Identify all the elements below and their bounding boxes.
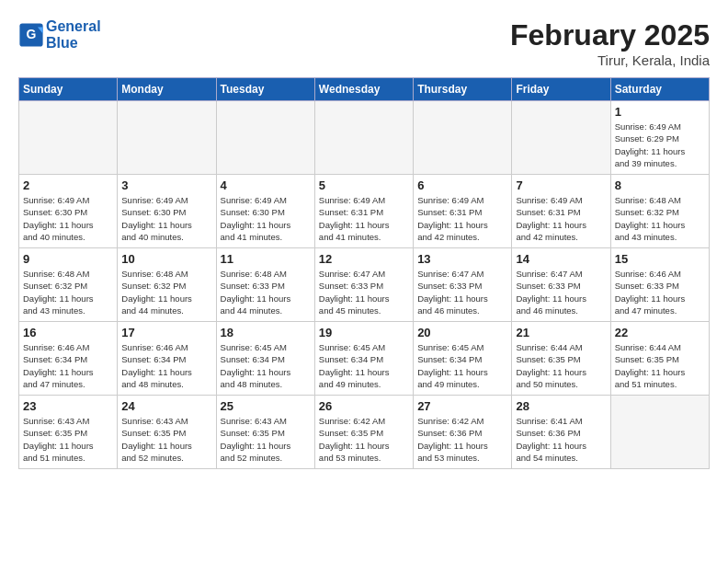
- day-number: 13: [417, 252, 507, 266]
- calendar-day-cell: 19Sunrise: 6:45 AM Sunset: 6:34 PM Dayli…: [314, 322, 413, 396]
- location-title: Tirur, Kerala, India: [510, 52, 710, 68]
- day-number: 22: [615, 326, 705, 339]
- calendar-day-cell: [414, 101, 512, 175]
- day-number: 4: [221, 178, 311, 192]
- calendar-day-cell: 24Sunrise: 6:43 AM Sunset: 6:35 PM Dayli…: [118, 396, 216, 469]
- day-number: 26: [319, 399, 409, 413]
- calendar-day-cell: 13Sunrise: 6:47 AM Sunset: 6:33 PM Dayli…: [414, 248, 512, 322]
- day-number: 20: [417, 326, 507, 339]
- weekday-header: Wednesday: [314, 78, 413, 101]
- day-info: Sunrise: 6:42 AM Sunset: 6:36 PM Dayligh…: [417, 415, 507, 464]
- logo: G General Blue: [18, 18, 101, 52]
- logo-line2: Blue: [46, 35, 101, 52]
- weekday-header: Friday: [512, 78, 610, 101]
- day-number: 23: [23, 399, 113, 413]
- day-info: Sunrise: 6:42 AM Sunset: 6:35 PM Dayligh…: [319, 415, 409, 464]
- calendar-day-cell: 2Sunrise: 6:49 AM Sunset: 6:30 PM Daylig…: [19, 175, 118, 248]
- calendar-day-cell: 5Sunrise: 6:49 AM Sunset: 6:31 PM Daylig…: [314, 175, 413, 248]
- logo-icon: G: [18, 22, 44, 48]
- day-info: Sunrise: 6:45 AM Sunset: 6:34 PM Dayligh…: [221, 341, 311, 390]
- weekday-header: Tuesday: [216, 78, 314, 101]
- day-info: Sunrise: 6:43 AM Sunset: 6:35 PM Dayligh…: [221, 415, 311, 464]
- day-info: Sunrise: 6:48 AM Sunset: 6:33 PM Dayligh…: [221, 268, 311, 316]
- month-title: February 2025: [510, 18, 710, 52]
- day-info: Sunrise: 6:43 AM Sunset: 6:35 PM Dayligh…: [23, 415, 113, 464]
- day-info: Sunrise: 6:49 AM Sunset: 6:30 PM Dayligh…: [221, 194, 311, 243]
- day-info: Sunrise: 6:43 AM Sunset: 6:35 PM Dayligh…: [121, 415, 211, 464]
- calendar-day-cell: 23Sunrise: 6:43 AM Sunset: 6:35 PM Dayli…: [19, 396, 118, 469]
- day-number: 14: [516, 252, 606, 266]
- day-info: Sunrise: 6:44 AM Sunset: 6:35 PM Dayligh…: [615, 341, 705, 390]
- calendar-day-cell: [216, 101, 314, 175]
- day-info: Sunrise: 6:46 AM Sunset: 6:34 PM Dayligh…: [23, 341, 113, 390]
- day-number: 19: [319, 326, 409, 339]
- calendar-day-cell: 17Sunrise: 6:46 AM Sunset: 6:34 PM Dayli…: [118, 322, 216, 396]
- calendar-day-cell: [314, 101, 413, 175]
- page-header: G General Blue February 2025 Tirur, Kera…: [18, 18, 710, 68]
- day-info: Sunrise: 6:49 AM Sunset: 6:30 PM Dayligh…: [121, 194, 211, 243]
- day-info: Sunrise: 6:48 AM Sunset: 6:32 PM Dayligh…: [23, 268, 113, 316]
- day-info: Sunrise: 6:46 AM Sunset: 6:34 PM Dayligh…: [121, 341, 211, 390]
- calendar-day-cell: 15Sunrise: 6:46 AM Sunset: 6:33 PM Dayli…: [610, 248, 709, 322]
- calendar-week-row: 23Sunrise: 6:43 AM Sunset: 6:35 PM Dayli…: [19, 396, 710, 469]
- calendar-day-cell: 27Sunrise: 6:42 AM Sunset: 6:36 PM Dayli…: [414, 396, 512, 469]
- day-info: Sunrise: 6:47 AM Sunset: 6:33 PM Dayligh…: [516, 268, 606, 316]
- svg-text:G: G: [27, 27, 37, 41]
- calendar-table: SundayMondayTuesdayWednesdayThursdayFrid…: [18, 77, 710, 469]
- calendar-day-cell: 11Sunrise: 6:48 AM Sunset: 6:33 PM Dayli…: [216, 248, 314, 322]
- calendar-day-cell: 16Sunrise: 6:46 AM Sunset: 6:34 PM Dayli…: [19, 322, 118, 396]
- day-number: 5: [319, 178, 409, 192]
- day-number: 24: [121, 399, 211, 413]
- weekday-header: Monday: [118, 78, 216, 101]
- day-info: Sunrise: 6:45 AM Sunset: 6:34 PM Dayligh…: [417, 341, 507, 390]
- day-info: Sunrise: 6:49 AM Sunset: 6:31 PM Dayligh…: [516, 194, 606, 243]
- day-number: 8: [615, 178, 705, 192]
- calendar-day-cell: 26Sunrise: 6:42 AM Sunset: 6:35 PM Dayli…: [314, 396, 413, 469]
- calendar-day-cell: [19, 101, 118, 175]
- title-block: February 2025 Tirur, Kerala, India: [510, 18, 710, 68]
- day-info: Sunrise: 6:49 AM Sunset: 6:30 PM Dayligh…: [23, 194, 113, 243]
- calendar-day-cell: 25Sunrise: 6:43 AM Sunset: 6:35 PM Dayli…: [216, 396, 314, 469]
- day-number: 15: [615, 252, 705, 266]
- day-info: Sunrise: 6:47 AM Sunset: 6:33 PM Dayligh…: [417, 268, 507, 316]
- day-number: 2: [23, 178, 113, 192]
- day-info: Sunrise: 6:41 AM Sunset: 6:36 PM Dayligh…: [516, 415, 606, 464]
- day-number: 11: [221, 252, 311, 266]
- calendar-day-cell: [118, 101, 216, 175]
- day-number: 6: [417, 178, 507, 192]
- day-info: Sunrise: 6:48 AM Sunset: 6:32 PM Dayligh…: [615, 194, 705, 243]
- day-number: 17: [121, 326, 211, 339]
- calendar-day-cell: 10Sunrise: 6:48 AM Sunset: 6:32 PM Dayli…: [118, 248, 216, 322]
- weekday-header: Saturday: [610, 78, 709, 101]
- calendar-day-cell: [610, 396, 709, 469]
- day-number: 18: [221, 326, 311, 339]
- logo-line1: General: [46, 18, 101, 35]
- calendar-day-cell: [512, 101, 610, 175]
- calendar-week-row: 16Sunrise: 6:46 AM Sunset: 6:34 PM Dayli…: [19, 322, 710, 396]
- day-info: Sunrise: 6:45 AM Sunset: 6:34 PM Dayligh…: [319, 341, 409, 390]
- calendar-day-cell: 1Sunrise: 6:49 AM Sunset: 6:29 PM Daylig…: [610, 101, 709, 175]
- day-info: Sunrise: 6:49 AM Sunset: 6:31 PM Dayligh…: [319, 194, 409, 243]
- calendar-day-cell: 9Sunrise: 6:48 AM Sunset: 6:32 PM Daylig…: [19, 248, 118, 322]
- calendar-day-cell: 14Sunrise: 6:47 AM Sunset: 6:33 PM Dayli…: [512, 248, 610, 322]
- calendar-day-cell: 20Sunrise: 6:45 AM Sunset: 6:34 PM Dayli…: [414, 322, 512, 396]
- day-info: Sunrise: 6:48 AM Sunset: 6:32 PM Dayligh…: [121, 268, 211, 316]
- calendar-day-cell: 28Sunrise: 6:41 AM Sunset: 6:36 PM Dayli…: [512, 396, 610, 469]
- day-number: 10: [121, 252, 211, 266]
- weekday-header: Thursday: [414, 78, 512, 101]
- calendar-day-cell: 8Sunrise: 6:48 AM Sunset: 6:32 PM Daylig…: [610, 175, 709, 248]
- day-number: 9: [23, 252, 113, 266]
- day-info: Sunrise: 6:49 AM Sunset: 6:29 PM Dayligh…: [615, 121, 705, 169]
- calendar-day-cell: 7Sunrise: 6:49 AM Sunset: 6:31 PM Daylig…: [512, 175, 610, 248]
- calendar-day-cell: 4Sunrise: 6:49 AM Sunset: 6:30 PM Daylig…: [216, 175, 314, 248]
- weekday-header: Sunday: [19, 78, 118, 101]
- calendar-day-cell: 18Sunrise: 6:45 AM Sunset: 6:34 PM Dayli…: [216, 322, 314, 396]
- calendar-day-cell: 21Sunrise: 6:44 AM Sunset: 6:35 PM Dayli…: [512, 322, 610, 396]
- calendar-week-row: 9Sunrise: 6:48 AM Sunset: 6:32 PM Daylig…: [19, 248, 710, 322]
- day-number: 3: [121, 178, 211, 192]
- calendar-day-cell: 6Sunrise: 6:49 AM Sunset: 6:31 PM Daylig…: [414, 175, 512, 248]
- day-info: Sunrise: 6:46 AM Sunset: 6:33 PM Dayligh…: [615, 268, 705, 316]
- day-info: Sunrise: 6:47 AM Sunset: 6:33 PM Dayligh…: [319, 268, 409, 316]
- calendar-day-cell: 12Sunrise: 6:47 AM Sunset: 6:33 PM Dayli…: [314, 248, 413, 322]
- day-number: 27: [417, 399, 507, 413]
